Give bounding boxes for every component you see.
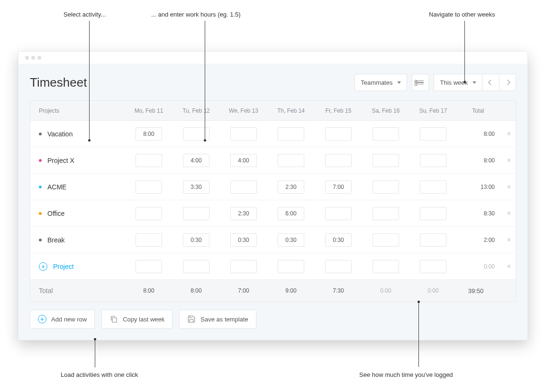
copy-last-week-button[interactable]: Copy last week	[101, 310, 173, 329]
time-input[interactable]	[325, 154, 352, 167]
table-row: ACME13:00	[30, 174, 516, 200]
annotation-navigate-weeks: Navigate to other weeks	[429, 11, 495, 18]
time-input[interactable]	[372, 260, 399, 273]
time-input[interactable]	[420, 233, 446, 247]
time-input[interactable]	[230, 207, 257, 220]
day-total: 0:00	[362, 287, 409, 294]
day-total: 7:30	[315, 287, 362, 294]
col-header: Sa, Feb 16	[362, 107, 409, 114]
col-header: We, Feb 13	[220, 107, 267, 114]
time-input[interactable]	[230, 260, 257, 273]
time-input[interactable]	[278, 260, 304, 273]
time-input[interactable]	[136, 154, 162, 167]
time-input[interactable]	[230, 127, 257, 141]
list-view-button[interactable]	[412, 74, 429, 91]
time-input[interactable]	[278, 180, 304, 194]
next-week-button[interactable]	[499, 74, 516, 91]
time-input[interactable]	[420, 207, 446, 220]
window-control-close[interactable]	[25, 56, 29, 60]
time-input[interactable]	[136, 233, 162, 247]
teammates-dropdown[interactable]: Teammates	[354, 74, 407, 91]
add-row-label: Add new row	[51, 316, 87, 323]
time-input[interactable]	[325, 233, 352, 247]
time-input[interactable]	[136, 207, 162, 220]
day-total: 9:00	[267, 287, 315, 294]
time-input[interactable]	[372, 233, 399, 247]
project-dot	[39, 159, 42, 162]
time-input[interactable]	[183, 233, 209, 247]
delete-row-button[interactable]	[500, 156, 518, 165]
project-name: ACME	[47, 183, 66, 191]
day-total: 0:00	[409, 287, 457, 294]
time-input[interactable]	[420, 180, 446, 194]
time-input[interactable]	[325, 180, 352, 194]
project-cell[interactable]: ACME	[30, 183, 125, 191]
week-dropdown[interactable]: This week	[434, 74, 482, 91]
time-input[interactable]	[183, 260, 209, 273]
time-input[interactable]	[230, 154, 257, 167]
time-input[interactable]	[372, 207, 399, 220]
svg-rect-0	[112, 318, 117, 322]
app-header: Timesheet Teammates This week	[18, 64, 527, 100]
time-input[interactable]	[278, 207, 304, 220]
time-input[interactable]	[420, 127, 446, 141]
delete-row-button[interactable]	[500, 262, 518, 271]
day-total: 8:00	[125, 287, 173, 294]
delete-row-button[interactable]	[500, 130, 518, 138]
time-input[interactable]	[278, 154, 304, 167]
row-total: 0:00	[457, 263, 500, 270]
time-input[interactable]	[230, 233, 257, 247]
time-input[interactable]	[372, 180, 399, 194]
row-total: 2:00	[457, 237, 500, 243]
save-icon	[187, 315, 196, 323]
project-cell[interactable]: Break	[30, 236, 125, 244]
projects-header: Projects	[30, 107, 125, 114]
add-project-cell[interactable]: Project	[30, 262, 125, 271]
day-total: 7:00	[220, 287, 267, 294]
delete-row-button[interactable]	[500, 209, 518, 218]
project-cell[interactable]: Office	[30, 210, 125, 217]
time-input[interactable]	[136, 260, 162, 273]
project-name: Office	[47, 210, 64, 217]
time-input[interactable]	[420, 154, 446, 167]
col-header: Su, Feb 17	[409, 107, 457, 114]
plus-icon	[38, 315, 46, 323]
project-cell[interactable]: Project X	[30, 157, 125, 164]
time-input[interactable]	[325, 260, 352, 273]
time-input[interactable]	[278, 127, 304, 141]
time-input[interactable]	[183, 207, 209, 220]
project-dot	[39, 186, 42, 188]
time-input[interactable]	[372, 154, 399, 167]
time-input[interactable]	[136, 180, 162, 194]
row-total: 13:00	[457, 184, 500, 190]
time-input[interactable]	[420, 260, 446, 273]
time-input[interactable]	[372, 127, 399, 141]
project-dot	[39, 239, 42, 241]
col-header: Fr, Feb 15	[315, 107, 362, 114]
titlebar	[18, 52, 527, 64]
save-template-button[interactable]: Save as template	[179, 310, 256, 329]
window-control-minimize[interactable]	[31, 56, 35, 60]
project-name: Break	[47, 236, 65, 244]
add-row-button[interactable]: Add new row	[30, 310, 95, 329]
project-name: Project X	[47, 157, 74, 164]
time-input[interactable]	[278, 233, 304, 247]
window-control-zoom[interactable]	[37, 56, 41, 60]
table-row: Vacation8:00	[30, 121, 516, 147]
chevron-down-icon	[472, 81, 476, 84]
time-input[interactable]	[325, 127, 352, 141]
list-icon	[417, 80, 424, 86]
delete-row-button[interactable]	[500, 183, 518, 191]
new-project-label: Project	[53, 263, 74, 270]
time-input[interactable]	[183, 180, 209, 194]
time-input[interactable]	[136, 127, 162, 141]
time-input[interactable]	[230, 180, 257, 194]
time-input[interactable]	[183, 154, 209, 167]
delete-row-button[interactable]	[500, 236, 518, 244]
toolbar: Teammates This week	[354, 74, 516, 91]
time-input[interactable]	[183, 127, 209, 141]
project-cell[interactable]: Vacation	[30, 130, 125, 138]
prev-week-button[interactable]	[482, 74, 499, 91]
row-total: 8:30	[457, 210, 500, 217]
time-input[interactable]	[325, 207, 352, 220]
